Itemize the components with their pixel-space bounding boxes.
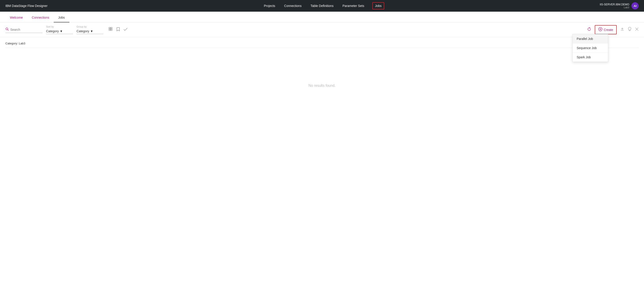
close-icon[interactable] <box>635 27 639 32</box>
toolbar: Sort by Category ▼ Group by Category ▼ <box>0 23 644 37</box>
sort-by-value: Category <box>46 29 59 33</box>
search-icon <box>5 27 9 32</box>
create-plus-icon <box>598 27 602 32</box>
refresh-icon[interactable] <box>587 27 591 32</box>
tab-welcome[interactable]: Welcome <box>5 13 27 23</box>
dropdown-item-sequence-job[interactable]: Sequence Job <box>572 44 608 53</box>
create-dropdown-menu: Parallel Job Sequence Job Spark Job <box>572 34 608 62</box>
group-by-chevron-icon: ▼ <box>90 29 93 33</box>
sort-by-group: Sort by Category ▼ <box>46 25 73 34</box>
nav-link-connections[interactable]: Connections <box>283 4 302 8</box>
nav-link-parameter-sets[interactable]: Parameter Sets <box>342 4 365 8</box>
create-label: Create <box>604 28 613 32</box>
group-by-value: Category <box>76 29 89 33</box>
grid-view-icon[interactable] <box>109 27 113 32</box>
group-by-group: Group by Category ▼ <box>76 25 104 34</box>
lightbulb-icon[interactable] <box>628 27 632 33</box>
svg-line-1 <box>8 30 8 31</box>
user-server: IIS-SERVER.IBM.DEMO <box>600 3 629 6</box>
nav-link-table-definitions[interactable]: Table Definitions <box>310 4 334 8</box>
view-icons <box>109 27 128 32</box>
sort-by-chevron-icon: ▼ <box>60 29 63 33</box>
tab-bar: Welcome Connections Jobs <box>0 12 644 23</box>
search-input[interactable] <box>10 28 42 31</box>
nav-link-jobs[interactable]: Jobs <box>372 2 384 10</box>
sort-by-select[interactable]: Category ▼ <box>46 29 73 34</box>
svg-rect-3 <box>111 27 112 29</box>
toolbar-actions: Create <box>587 25 639 34</box>
group-by-label: Group by <box>76 25 104 28</box>
dropdown-item-spark-job[interactable]: Spark Job <box>572 53 608 62</box>
dropdown-item-parallel-job[interactable]: Parallel Job <box>572 34 608 44</box>
upload-icon[interactable] <box>620 27 624 32</box>
group-by-select[interactable]: Category ▼ <box>76 29 104 34</box>
search-box <box>5 27 42 33</box>
tab-connections[interactable]: Connections <box>27 13 54 23</box>
nav-links: Projects Connections Table Definitions P… <box>48 2 600 10</box>
category-label: Category: Lab3 <box>5 42 639 45</box>
svg-rect-5 <box>111 29 112 31</box>
tab-jobs[interactable]: Jobs <box>54 13 69 23</box>
app-brand: IBM DataStage Flow Designer <box>5 4 48 8</box>
user-project: Lab3 <box>600 6 629 9</box>
no-results-message: No results found. <box>5 50 639 121</box>
avatar[interactable]: AI <box>632 2 639 10</box>
check-icon[interactable] <box>124 27 128 32</box>
content-area: Category: Lab3 No results found. <box>0 37 644 126</box>
svg-rect-2 <box>109 27 110 29</box>
nav-link-projects[interactable]: Projects <box>263 4 276 8</box>
navbar: IBM DataStage Flow Designer Projects Con… <box>0 0 644 12</box>
sort-by-label: Sort by <box>46 25 73 28</box>
create-button[interactable]: Create <box>595 25 617 34</box>
bookmark-icon[interactable] <box>116 27 120 32</box>
svg-rect-4 <box>109 29 110 31</box>
user-info: IIS-SERVER.IBM.DEMO Lab3 AI <box>600 2 639 10</box>
